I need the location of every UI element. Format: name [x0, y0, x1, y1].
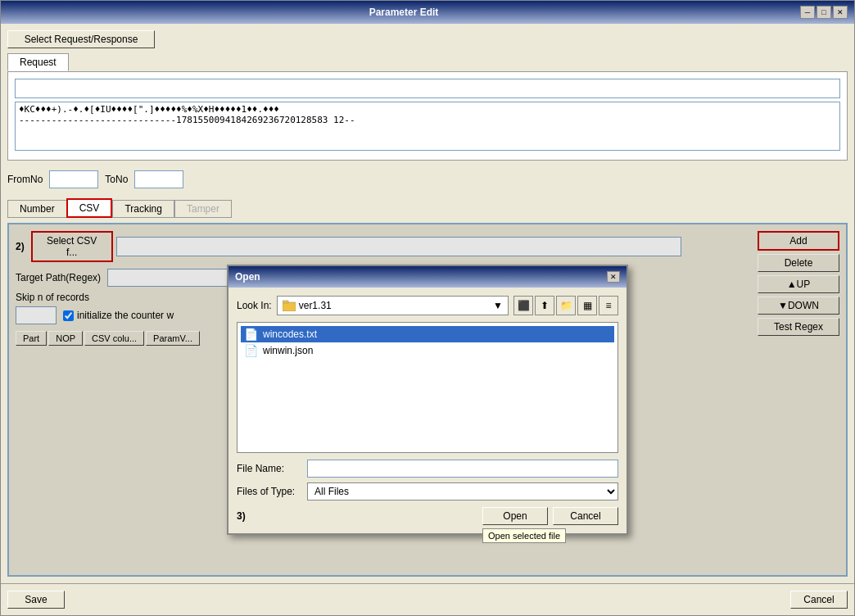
- tab-tamper[interactable]: Tamper: [174, 200, 232, 218]
- file-type-row: Files of Type: All Files: [237, 482, 618, 500]
- tab-number[interactable]: Number: [7, 200, 66, 218]
- nav-up-btn[interactable]: ⬆: [535, 296, 554, 315]
- open-dialog: Open ✕ Look In:: [227, 265, 628, 535]
- dialog-body: Look In: ver1.31 ▼: [228, 288, 627, 533]
- svg-rect-1: [283, 301, 288, 303]
- look-in-select[interactable]: ver1.31 ▼: [277, 296, 509, 315]
- file-icon-wincodes: 📄: [244, 328, 258, 341]
- open-file-button[interactable]: Open: [482, 507, 548, 525]
- file-name-label: File Name:: [237, 463, 302, 474]
- title-controls: ─ □ ✕: [800, 6, 848, 19]
- open-dialog-overlay: Open ✕ Look In:: [9, 224, 846, 575]
- body-scroll-wrapper: [15, 102, 840, 153]
- tab-tracking[interactable]: Tracking: [112, 200, 174, 218]
- dialog-buttons: 3) Open Open selected file Cancel: [237, 507, 618, 525]
- from-label: FromNo: [7, 174, 43, 185]
- file-list[interactable]: 📄 wincodes.txt 📄 winwin.json: [237, 322, 618, 453]
- minimize-btn[interactable]: ─: [800, 6, 815, 19]
- url-input[interactable]: /confirm.php: [15, 79, 840, 98]
- from-input[interactable]: *: [49, 170, 98, 188]
- file-item-wincodes[interactable]: 📄 wincodes.txt: [241, 326, 614, 342]
- step3-label: 3): [237, 510, 246, 522]
- from-to-row: FromNo * ToNo *: [7, 170, 848, 188]
- request-tab-content: /confirm.php: [7, 71, 848, 161]
- request-tabs-row: Request: [7, 53, 848, 71]
- dialog-cancel-button[interactable]: Cancel: [553, 507, 618, 525]
- svg-rect-0: [283, 302, 296, 311]
- look-in-row: Look In: ver1.31 ▼: [237, 296, 618, 315]
- main-window: Parameter Edit ─ □ ✕ Select Request/Resp…: [0, 0, 855, 616]
- to-input[interactable]: *: [134, 170, 183, 188]
- file-icon-winwin: 📄: [244, 344, 258, 357]
- file-name-wincodes: wincodes.txt: [263, 328, 317, 340]
- file-type-select[interactable]: All Files: [307, 482, 618, 500]
- main-tabs-row: Number CSV Tracking Tamper: [7, 198, 848, 218]
- look-in-icons: ⬛ ⬆ 📁 ▦ ≡: [513, 296, 618, 315]
- nav-back-btn[interactable]: ⬛: [513, 296, 533, 315]
- view-detail-btn[interactable]: ≡: [599, 296, 618, 315]
- content-area: Select Request/Response Request /confirm…: [1, 24, 854, 583]
- file-name-input[interactable]: wincodes.txt: [307, 460, 618, 478]
- look-in-dropdown-icon: ▼: [493, 300, 503, 311]
- open-file-tooltip: Open selected file: [482, 528, 566, 543]
- dialog-title-bar: Open ✕: [228, 266, 627, 288]
- select-req-button[interactable]: Select Request/Response: [7, 30, 155, 48]
- folder-icon: [283, 300, 296, 311]
- look-in-label: Look In:: [237, 300, 272, 311]
- to-label: ToNo: [105, 174, 128, 185]
- tab-csv[interactable]: CSV: [66, 198, 113, 218]
- cancel-button[interactable]: Cancel: [790, 591, 848, 609]
- save-button[interactable]: Save: [7, 591, 65, 609]
- view-list-btn[interactable]: ▦: [577, 296, 597, 315]
- close-btn[interactable]: ✕: [833, 6, 848, 19]
- title-bar: Parameter Edit ─ □ ✕: [1, 1, 854, 24]
- look-in-value: ver1.31: [299, 300, 332, 311]
- maximize-btn[interactable]: □: [817, 6, 831, 19]
- window-title: Parameter Edit: [7, 7, 800, 18]
- file-name-winwin: winwin.json: [263, 345, 313, 356]
- bottom-bar: Save Cancel: [1, 583, 854, 615]
- select-req-row: Select Request/Response: [7, 30, 848, 48]
- request-section: Request /confirm.php: [7, 53, 848, 161]
- dialog-close-btn[interactable]: ✕: [607, 271, 620, 283]
- csv-content-area: 2) Select CSV f... C:\windows\sample.csv…: [7, 223, 848, 577]
- tab-request[interactable]: Request: [7, 53, 69, 71]
- new-folder-btn[interactable]: 📁: [556, 296, 576, 315]
- file-item-winwin[interactable]: 📄 winwin.json: [241, 342, 614, 359]
- file-name-row: File Name: wincodes.txt: [237, 460, 618, 478]
- files-of-type-label: Files of Type:: [237, 486, 302, 497]
- dialog-title: Open: [235, 271, 260, 283]
- body-textarea[interactable]: [15, 102, 840, 151]
- open-btn-wrap: Open Open selected file: [482, 507, 548, 525]
